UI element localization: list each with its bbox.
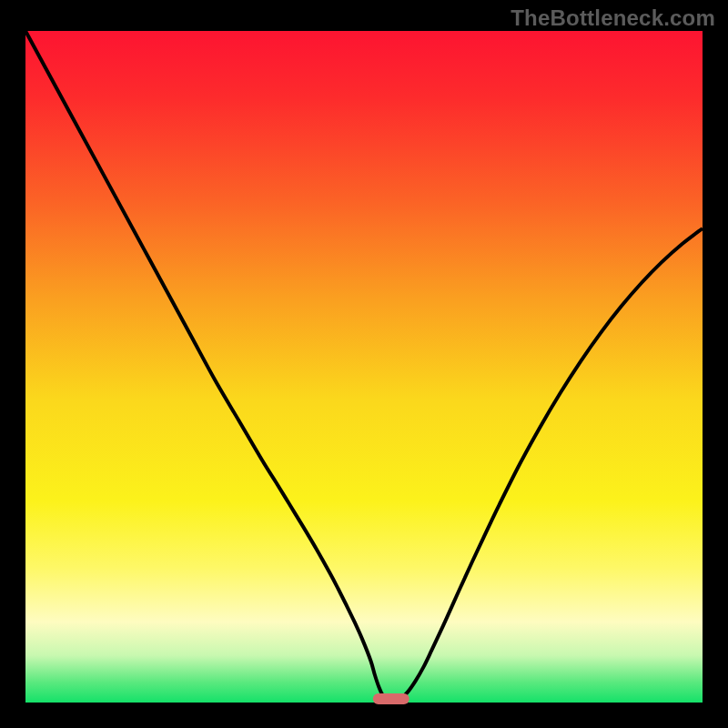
watermark-text: TheBottleneck.com xyxy=(511,5,715,31)
optimum-marker xyxy=(373,693,410,704)
chart-frame: TheBottleneck.com xyxy=(0,0,728,728)
plot-background xyxy=(25,31,703,703)
bottleneck-curve-chart xyxy=(0,0,728,728)
